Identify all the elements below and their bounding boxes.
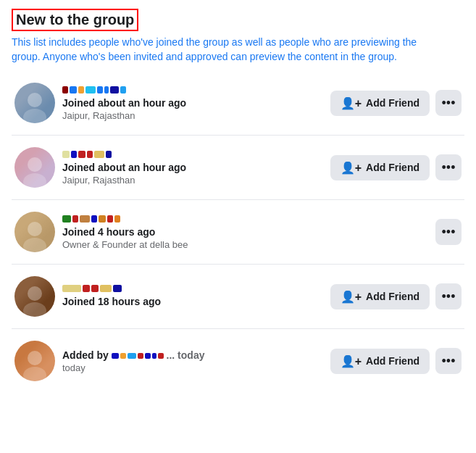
svg-point-13 bbox=[28, 351, 42, 365]
member-sub-text: Jaipur, Rajasthan bbox=[62, 175, 323, 186]
row-divider bbox=[12, 328, 464, 329]
add-friend-label: Add Friend bbox=[366, 97, 419, 109]
member-row: Joined about an hour agoJaipur, Rajastha… bbox=[12, 141, 464, 194]
section-title: New to the group bbox=[12, 9, 138, 31]
more-options-button[interactable]: ••• bbox=[435, 219, 462, 245]
more-dots-icon: ••• bbox=[442, 354, 456, 369]
more-options-button[interactable]: ••• bbox=[435, 90, 462, 116]
avatar bbox=[14, 341, 55, 381]
member-row: Joined about an hour agoJaipur, Rajastha… bbox=[12, 77, 464, 129]
avatar bbox=[14, 276, 55, 317]
svg-point-2 bbox=[23, 109, 46, 123]
member-row: Joined 4 hours agoOwner & Founder at del… bbox=[12, 206, 464, 258]
member-sub-text: Owner & Founder at della bee bbox=[62, 239, 428, 250]
add-friend-label: Add Friend bbox=[366, 291, 419, 302]
member-actions: 👤+Add Friend••• bbox=[330, 283, 462, 309]
more-options-button[interactable]: ••• bbox=[435, 154, 462, 180]
more-dots-icon: ••• bbox=[442, 289, 456, 304]
join-text: Added by ... today bbox=[62, 349, 323, 361]
member-actions: ••• bbox=[435, 219, 462, 245]
add-friend-button[interactable]: 👤+Add Friend bbox=[330, 349, 430, 374]
member-name-bar bbox=[62, 215, 428, 223]
add-friend-icon: 👤+ bbox=[341, 354, 362, 368]
member-list: Joined about an hour agoJaipur, Rajastha… bbox=[12, 77, 464, 387]
avatar bbox=[14, 83, 55, 123]
avatar bbox=[14, 212, 55, 252]
more-options-button[interactable]: ••• bbox=[435, 348, 462, 374]
add-friend-icon: 👤+ bbox=[341, 290, 362, 304]
member-sub-text: Jaipur, Rajasthan bbox=[62, 110, 323, 121]
member-info: Joined 4 hours agoOwner & Founder at del… bbox=[62, 215, 428, 250]
svg-point-4 bbox=[28, 157, 42, 172]
more-dots-icon: ••• bbox=[442, 160, 456, 175]
more-options-button[interactable]: ••• bbox=[435, 283, 462, 309]
member-sub-text: today bbox=[62, 362, 323, 373]
member-name-bar bbox=[62, 284, 323, 293]
svg-point-1 bbox=[28, 93, 42, 107]
add-friend-icon: 👤+ bbox=[341, 161, 362, 175]
row-divider bbox=[12, 135, 464, 136]
row-divider bbox=[12, 264, 464, 265]
join-text: Joined 4 hours ago bbox=[62, 226, 428, 238]
add-friend-icon: 👤+ bbox=[341, 96, 362, 110]
svg-point-14 bbox=[23, 367, 46, 381]
more-dots-icon: ••• bbox=[442, 225, 456, 240]
join-text: Joined about an hour ago bbox=[62, 162, 323, 173]
add-friend-button[interactable]: 👤+Add Friend bbox=[330, 284, 430, 309]
add-friend-label: Add Friend bbox=[366, 355, 419, 367]
member-name-bar bbox=[62, 150, 323, 159]
svg-point-11 bbox=[23, 302, 46, 317]
member-actions: 👤+Add Friend••• bbox=[330, 154, 462, 180]
member-info: Joined about an hour agoJaipur, Rajastha… bbox=[62, 86, 323, 121]
more-dots-icon: ••• bbox=[442, 96, 456, 111]
avatar bbox=[14, 147, 55, 188]
join-text: Joined about an hour ago bbox=[62, 97, 323, 109]
add-friend-button[interactable]: 👤+Add Friend bbox=[330, 155, 430, 180]
member-actions: 👤+Add Friend••• bbox=[330, 90, 462, 116]
member-row: Joined 18 hours ago👤+Add Friend••• bbox=[12, 270, 464, 323]
svg-point-5 bbox=[23, 173, 46, 188]
member-name-bar bbox=[62, 86, 323, 94]
member-row: Added by ... todaytoday👤+Add Friend••• bbox=[12, 335, 464, 387]
row-divider bbox=[12, 199, 464, 200]
description: This list includes people who've joined … bbox=[12, 36, 446, 64]
member-info: Joined 18 hours ago bbox=[62, 284, 323, 309]
svg-point-10 bbox=[28, 286, 42, 301]
member-info: Added by ... todaytoday bbox=[62, 349, 323, 373]
add-friend-label: Add Friend bbox=[366, 162, 419, 173]
member-info: Joined about an hour agoJaipur, Rajastha… bbox=[62, 150, 323, 186]
add-friend-button[interactable]: 👤+Add Friend bbox=[330, 91, 430, 116]
svg-point-7 bbox=[28, 222, 42, 236]
join-text: Joined 18 hours ago bbox=[62, 296, 323, 307]
svg-point-8 bbox=[23, 238, 46, 252]
member-actions: 👤+Add Friend••• bbox=[330, 348, 462, 374]
